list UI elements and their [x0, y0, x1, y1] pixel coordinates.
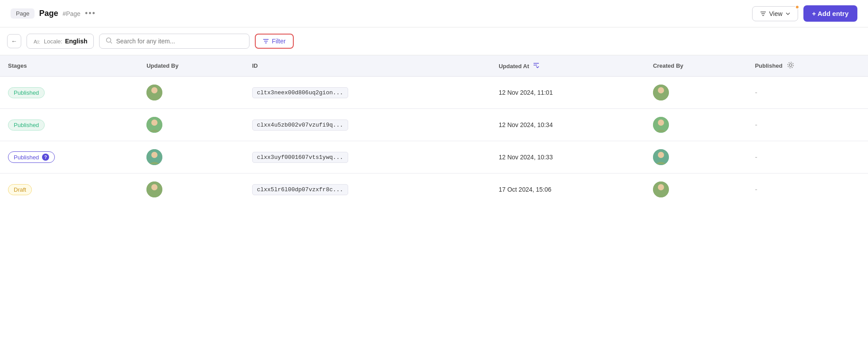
table-row: Published clxx4u5zb002v07vzufi9q... 12 N… — [0, 109, 868, 141]
col-id: ID — [244, 55, 491, 77]
locale-selector[interactable]: A 文 Locale: English — [27, 34, 94, 49]
col-published: Published — [747, 55, 868, 76]
toolbar: ← A 文 Locale: English Filter — [0, 27, 868, 55]
settings-icon[interactable] — [787, 62, 794, 70]
col-updated-at[interactable]: Updated At — [491, 55, 645, 77]
updated-at-cell: 12 Nov 2024, 10:34 — [491, 109, 645, 141]
id-value: clxx3uyf0001607vts1ywq... — [252, 152, 348, 163]
created-by-cell — [645, 109, 747, 141]
add-entry-label: + Add entry — [812, 10, 849, 17]
locale-icon: A 文 — [33, 37, 41, 45]
updated-at-value: 12 Nov 2024, 11:01 — [499, 89, 553, 96]
more-options-icon[interactable]: ••• — [85, 9, 96, 18]
stage-cell: Published — [0, 109, 138, 141]
published-cell: - — [747, 109, 868, 141]
published-value: - — [755, 121, 757, 128]
stage-badge: Draft — [8, 184, 32, 195]
header-right: View + Add entry — [752, 5, 857, 22]
table-row: Published cltx3neex00d806uq2gion... 12 N… — [0, 77, 868, 109]
page-header: Page Page #Page ••• View + Add entry — [0, 0, 868, 27]
stage-badge: Published — [8, 120, 45, 131]
id-cell: clxx4u5zb002v07vzufi9q... — [244, 109, 491, 141]
id-cell: clxx3uyf0001607vts1ywq... — [244, 141, 491, 174]
svg-point-17 — [658, 87, 664, 93]
page-hashtag: #Page — [62, 10, 80, 17]
avatar — [146, 117, 162, 133]
published-cell: - — [747, 77, 868, 109]
view-icon — [760, 10, 767, 17]
view-button[interactable]: View — [752, 6, 798, 21]
stage-cell: Published — [0, 77, 138, 109]
id-value: clxx5lr6l00dp07vzxfr8c... — [252, 184, 348, 195]
created-by-cell — [645, 77, 747, 109]
chevron-down-icon — [785, 11, 791, 16]
page-title: Page — [39, 9, 58, 18]
updated-at-cell: 12 Nov 2024, 11:01 — [491, 77, 645, 109]
created-by-cell — [645, 174, 747, 206]
filter-button[interactable]: Filter — [255, 34, 293, 49]
table-row: Draft clxx5lr6l00dp07vzxfr8c... 17 Oct 2… — [0, 174, 868, 206]
svg-point-25 — [658, 152, 664, 158]
view-button-label: View — [769, 10, 783, 17]
svg-point-27 — [151, 184, 157, 190]
id-cell: clxx5lr6l00dp07vzxfr8c... — [244, 174, 491, 206]
header-left: Page Page #Page ••• — [11, 8, 96, 19]
avatar — [146, 149, 162, 165]
svg-point-15 — [151, 87, 157, 93]
add-entry-button[interactable]: + Add entry — [803, 5, 857, 22]
id-value: cltx3neex00d806uq2gion... — [252, 87, 348, 98]
svg-point-23 — [151, 152, 157, 158]
locale-label: Locale: — [44, 38, 62, 45]
svg-point-5 — [107, 38, 111, 42]
data-table: Stages Updated By ID Updated At Created … — [0, 55, 868, 205]
filter-label: Filter — [272, 38, 285, 45]
back-button[interactable]: ← — [7, 34, 21, 48]
updated-by-cell — [138, 174, 244, 206]
updated-at-cell: 17 Oct 2024, 15:06 — [491, 174, 645, 206]
created-by-cell — [645, 141, 747, 174]
notification-dot — [795, 5, 799, 9]
updated-by-cell — [138, 141, 244, 174]
col-updated-by: Updated By — [138, 55, 244, 77]
locale-value: English — [65, 38, 88, 45]
svg-line-6 — [111, 42, 112, 44]
avatar — [653, 85, 669, 100]
published-cell: - — [747, 174, 868, 206]
updated-at-value: 17 Oct 2024, 15:06 — [499, 186, 551, 193]
svg-text:文: 文 — [36, 40, 40, 44]
search-input[interactable] — [116, 38, 243, 45]
published-value: - — [755, 185, 757, 193]
sort-icon — [533, 62, 540, 68]
avatar — [146, 181, 162, 197]
avatar — [653, 181, 669, 197]
svg-point-13 — [787, 62, 793, 68]
table-header: Stages Updated By ID Updated At Created … — [0, 55, 868, 77]
stage-badge: Published? — [8, 151, 55, 163]
updated-at-value: 12 Nov 2024, 10:33 — [499, 154, 553, 161]
id-cell: cltx3neex00d806uq2gion... — [244, 77, 491, 109]
col-stages: Stages — [0, 55, 138, 77]
svg-point-29 — [658, 184, 664, 190]
id-value: clxx4u5zb002v07vzufi9q... — [252, 120, 348, 131]
svg-point-12 — [789, 64, 792, 66]
data-table-wrapper: Stages Updated By ID Updated At Created … — [0, 55, 868, 205]
updated-by-cell — [138, 109, 244, 141]
col-created-by: Created By — [645, 55, 747, 77]
published-cell: - — [747, 141, 868, 174]
table-body: Published cltx3neex00d806uq2gion... 12 N… — [0, 77, 868, 206]
page-badge: Page — [11, 8, 35, 19]
search-wrapper[interactable] — [99, 34, 250, 49]
published-value: - — [755, 153, 757, 161]
table-row: Published? clxx3uyf0001607vts1ywq... 12 … — [0, 141, 868, 174]
back-icon: ← — [11, 38, 17, 45]
search-icon — [106, 37, 112, 45]
svg-point-21 — [658, 120, 664, 126]
stage-badge: Published — [8, 87, 45, 98]
updated-at-value: 12 Nov 2024, 10:34 — [499, 121, 553, 128]
avatar — [653, 149, 669, 165]
filter-icon — [263, 38, 269, 44]
stage-cell: Published? — [0, 141, 138, 174]
avatar — [653, 117, 669, 133]
published-value: - — [755, 89, 757, 96]
stage-cell: Draft — [0, 174, 138, 206]
